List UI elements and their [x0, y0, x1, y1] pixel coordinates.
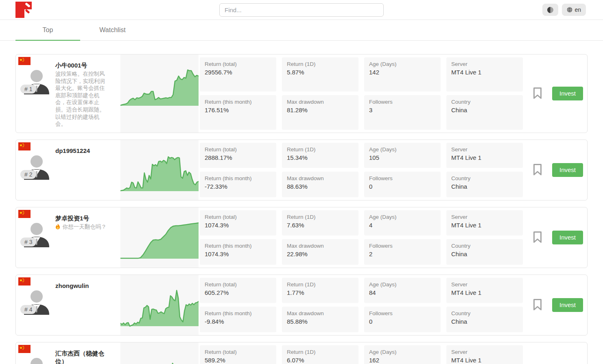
bookmark-icon[interactable] [533, 299, 542, 311]
trader-description: 波段策略。在控制风险情况下，实现利润最大化。账号会抓住底部和顶部建仓机会，在设置… [55, 70, 108, 127]
trader-card: # 1 小牛0001号 波段策略。在控制风险情况下，实现利润最大化。账号会抓住底… [15, 54, 588, 133]
trader-identity: # 1 小牛0001号 波段策略。在控制风险情况下，实现利润最大化。账号会抓住底… [16, 54, 120, 133]
stat-followers: Followers 0 [364, 172, 441, 197]
stat-return-total: Return (total) 2888.17% [200, 143, 276, 168]
bookmark-icon[interactable] [533, 164, 542, 176]
trader-name[interactable]: zhongwulin [55, 282, 89, 290]
trader-stats: Return (total) 29556.7% Return (1D) 5.87… [200, 57, 523, 130]
performance-chart [120, 54, 199, 133]
trader-actions: Invest [523, 342, 587, 364]
trader-description: 你想一天翻仓吗？ [55, 223, 107, 231]
stat-followers: Followers 3 [364, 95, 441, 129]
performance-chart [120, 275, 199, 335]
stat-age-days: Age (Days) 162 [364, 345, 441, 364]
stat-return-total: Return (total) 29556.7% [200, 57, 276, 92]
rank-badge: # 3 [20, 238, 36, 246]
stat-age-days: Age (Days) 84 [364, 278, 441, 303]
trader-identity: # 4 zhongwulin [16, 275, 120, 335]
trader-card: # 4 zhongwulin Return (total) 605.27% [15, 275, 588, 336]
stat-age-days: Age (Days) 142 [364, 57, 441, 92]
search-input[interactable] [219, 3, 384, 17]
brand-logo[interactable] [15, 2, 32, 18]
trader-name[interactable]: 梦卓投资1号 [55, 214, 107, 222]
stat-age-days: Age (Days) 105 [364, 143, 441, 168]
stat-country: Country China [446, 172, 523, 197]
bookmark-icon[interactable] [533, 231, 542, 243]
trader-description-text: 波段策略。在控制风险情况下，实现利润最大化。账号会抓住底部和顶部建仓机会，在设置… [55, 71, 105, 127]
tab-bar: Top Watchlist [0, 20, 603, 41]
stat-server: Server MT4 Live 1 [446, 143, 523, 168]
stat-max-drawdown: Max drawdown 85.88% [282, 307, 358, 332]
stat-return-1d: Return (1D) 5.87% [282, 57, 358, 92]
rank-badge: # 1 [20, 85, 36, 94]
avatar [22, 355, 51, 364]
trader-name[interactable]: 小牛0001号 [55, 61, 108, 70]
trader-card: # 3 梦卓投资1号 你想一天翻仓吗？ Return ( [15, 207, 588, 268]
rank-badge: # 2 [20, 170, 36, 179]
trader-stats: Return (total) 589.2% Return (1D) 6.07% … [200, 345, 523, 364]
trader-identity: # 3 梦卓投资1号 你想一天翻仓吗？ [16, 207, 120, 268]
trader-actions: Invest [523, 54, 587, 133]
stat-return-1d: Return (1D) 1.77% [282, 278, 358, 303]
invest-button[interactable]: Invest [552, 298, 583, 312]
language-button[interactable]: en [562, 4, 586, 16]
chart-area [120, 290, 199, 326]
trader-stats: Return (total) 2888.17% Return (1D) 15.3… [200, 143, 523, 197]
tab-watchlist[interactable]: Watchlist [80, 20, 145, 40]
trader-actions: Invest [523, 275, 587, 335]
stat-max-drawdown: Max drawdown 22.98% [282, 239, 358, 265]
trader-identity: # 2 dp19951224 [16, 140, 120, 200]
stat-return-month: Return (this month) 1074.3% [200, 239, 276, 265]
performance-chart [120, 140, 199, 200]
stat-return-1d: Return (1D) 6.07% [282, 345, 358, 364]
chart-area [120, 223, 199, 259]
stat-country: Country China [446, 239, 523, 265]
stat-return-1d: Return (1D) 7.63% [282, 210, 358, 236]
stat-server: Server MT4 Live 1 [446, 278, 523, 303]
trader-card: # 5 汇市杰西（稳健仓位） 顺势波段交易策略 Return (total) 5… [15, 342, 588, 364]
language-label: en [575, 7, 581, 13]
trader-identity: # 5 汇市杰西（稳健仓位） 顺势波段交易策略 [16, 342, 120, 364]
fire-icon [55, 224, 60, 229]
performance-chart [120, 207, 199, 268]
globe-icon [567, 7, 572, 13]
invest-button[interactable]: Invest [552, 87, 583, 100]
stat-country: Country China [446, 95, 523, 129]
stat-server: Server MT4 Live 1 [446, 210, 523, 236]
stat-followers: Followers 2 [364, 239, 441, 265]
stat-age-days: Age (Days) 4 [364, 210, 441, 236]
trader-name[interactable]: dp19951224 [55, 147, 90, 155]
stat-server: Server MT4 Live 1 [446, 57, 523, 92]
bookmark-icon[interactable] [533, 87, 542, 99]
stat-return-total: Return (total) 589.2% [200, 345, 276, 364]
stat-return-month: Return (this month) -9.84% [200, 307, 276, 332]
stat-return-month: Return (this month) -72.33% [200, 172, 276, 197]
stat-max-drawdown: Max drawdown 88.63% [282, 172, 358, 197]
trader-card: # 2 dp19951224 Return (total) 2888.17% [15, 139, 588, 201]
trader-list: # 1 小牛0001号 波段策略。在控制风险情况下，实现利润最大化。账号会抓住底… [15, 54, 588, 364]
stat-return-1d: Return (1D) 15.34% [282, 143, 358, 168]
trader-actions: Invest [523, 207, 587, 268]
contrast-icon [547, 7, 553, 13]
stat-return-total: Return (total) 605.27% [200, 278, 276, 303]
trader-description-text: 你想一天翻仓吗？ [63, 224, 107, 230]
stat-server: Server MT4 Live 1 [446, 345, 523, 364]
top-bar: en [0, 0, 603, 20]
trader-actions: Invest [523, 140, 587, 200]
trader-name[interactable]: 汇市杰西（稳健仓位） [55, 349, 108, 364]
stat-max-drawdown: Max drawdown 81.28% [282, 95, 358, 129]
rank-badge: # 4 [20, 305, 36, 314]
stat-country: Country China [446, 307, 523, 332]
theme-toggle-button[interactable] [542, 4, 558, 16]
invest-button[interactable]: Invest [552, 163, 583, 177]
stat-return-month: Return (this month) 176.51% [200, 95, 276, 129]
trader-stats: Return (total) 1074.3% Return (1D) 7.63%… [200, 210, 523, 265]
tab-top[interactable]: Top [15, 20, 80, 40]
performance-chart [120, 342, 199, 364]
invest-button[interactable]: Invest [552, 231, 583, 244]
stat-followers: Followers 0 [364, 307, 441, 332]
trader-stats: Return (total) 605.27% Return (1D) 1.77%… [200, 278, 523, 332]
stat-return-total: Return (total) 1074.3% [200, 210, 276, 236]
